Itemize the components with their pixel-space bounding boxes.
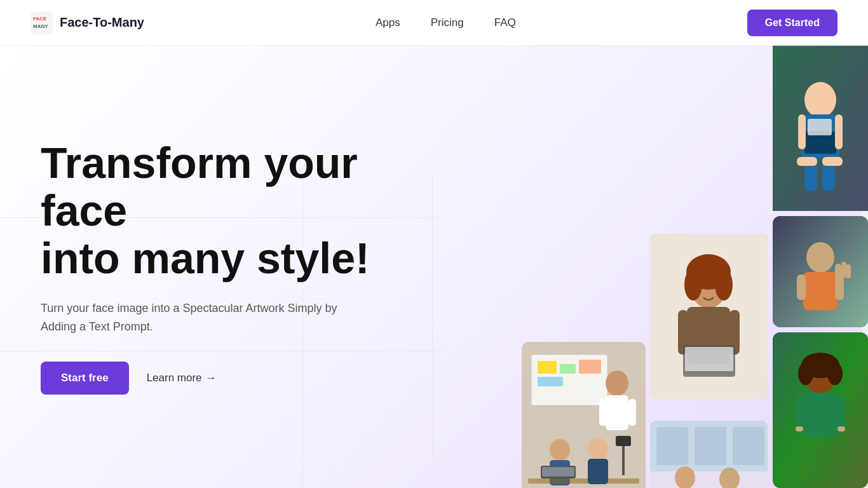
- logo-icon: FACE MANY: [31, 11, 53, 34]
- navbar: FACE MANY Face-To-Many Apps Pricing FAQ …: [0, 0, 868, 46]
- start-free-button[interactable]: Start free: [41, 362, 129, 395]
- svg-rect-68: [542, 467, 574, 477]
- svg-point-15: [806, 242, 834, 273]
- image-hands: [773, 216, 868, 327]
- svg-rect-21: [846, 264, 851, 278]
- svg-text:MANY: MANY: [33, 24, 48, 29]
- svg-rect-66: [528, 478, 639, 484]
- svg-rect-62: [599, 399, 607, 426]
- svg-point-69: [588, 438, 608, 459]
- svg-rect-9: [835, 114, 843, 149]
- learn-more-button[interactable]: Learn more →: [147, 372, 217, 384]
- svg-rect-48: [733, 427, 764, 465]
- svg-rect-17: [797, 274, 806, 300]
- image-collage: [499, 46, 868, 488]
- svg-rect-19: [835, 264, 841, 283]
- svg-rect-7: [808, 119, 832, 135]
- image-man-tablet: [773, 46, 868, 211]
- nav-apps[interactable]: Apps: [376, 17, 400, 29]
- svg-rect-57: [560, 364, 576, 374]
- svg-rect-28: [796, 396, 804, 431]
- hero-title: Transform your face into many style!: [41, 139, 447, 281]
- brand-logo[interactable]: FACE MANY Face-To-Many: [31, 11, 144, 34]
- svg-point-60: [606, 370, 628, 396]
- nav-links: Apps Pricing FAQ: [376, 17, 516, 29]
- hero-subtitle: Turn your face image into a Spectacular …: [41, 299, 371, 336]
- svg-rect-8: [798, 114, 806, 149]
- svg-rect-61: [606, 395, 628, 430]
- nav-pricing[interactable]: Pricing: [431, 17, 464, 29]
- svg-rect-12: [797, 157, 817, 166]
- svg-rect-13: [822, 157, 843, 166]
- svg-rect-31: [837, 426, 845, 431]
- image-woman-laptop: [650, 234, 768, 399]
- svg-rect-16: [803, 272, 837, 310]
- hero-title-line1: Transform your face: [41, 139, 358, 234]
- hero-actions: Start free Learn more →: [41, 362, 447, 395]
- svg-rect-30: [796, 426, 803, 431]
- learn-more-arrow: →: [206, 372, 217, 384]
- hero-title-line2: into many style!: [41, 234, 370, 282]
- image-office-workers: [650, 421, 768, 488]
- svg-rect-29: [836, 396, 845, 431]
- svg-text:FACE: FACE: [33, 16, 47, 22]
- svg-rect-56: [538, 361, 557, 374]
- image-whiteboard: [522, 342, 646, 488]
- svg-rect-46: [656, 427, 688, 465]
- svg-rect-27: [802, 393, 839, 437]
- brand-name: Face-To-Many: [60, 15, 144, 30]
- svg-rect-47: [695, 427, 726, 465]
- svg-rect-70: [588, 459, 608, 484]
- hero-section: Transform your face into many style! Tur…: [0, 46, 868, 488]
- nav-faq[interactable]: FAQ: [494, 17, 516, 29]
- image-green-sweater: [773, 332, 868, 488]
- svg-point-26: [827, 362, 843, 385]
- svg-rect-0: [31, 11, 53, 34]
- get-started-button[interactable]: Get Started: [747, 10, 837, 36]
- svg-point-64: [550, 439, 570, 461]
- svg-rect-43: [685, 347, 733, 371]
- svg-rect-20: [841, 262, 846, 278]
- svg-point-4: [804, 82, 836, 118]
- svg-rect-63: [628, 399, 636, 426]
- svg-point-37: [684, 269, 702, 301]
- learn-more-label: Learn more: [147, 372, 202, 384]
- svg-rect-58: [579, 360, 601, 374]
- svg-rect-72: [616, 436, 631, 446]
- svg-point-38: [715, 269, 733, 301]
- hero-content: Transform your face into many style! Tur…: [41, 139, 447, 395]
- svg-point-25: [798, 362, 813, 385]
- svg-rect-59: [538, 377, 563, 386]
